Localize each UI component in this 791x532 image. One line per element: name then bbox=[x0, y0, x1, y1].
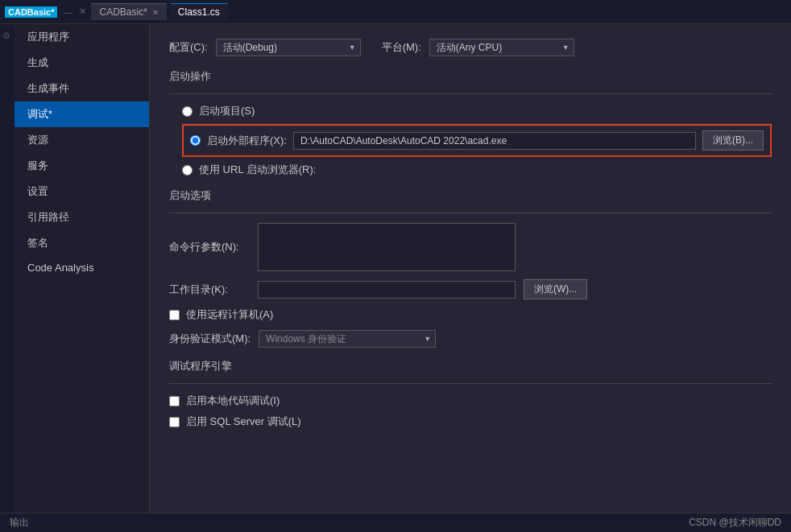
tab-class1[interactable]: Class1.cs bbox=[170, 3, 228, 20]
main-layout: ⚙ 应用程序 生成 生成事件 调试* 资源 服务 设置 引用路径 签名 Code… bbox=[0, 24, 791, 513]
work-dir-input[interactable] bbox=[258, 281, 516, 299]
sidebar-item-build-events[interactable]: 生成事件 bbox=[14, 76, 149, 101]
status-left-label: 输出 bbox=[10, 516, 29, 530]
sidebar-item-signing[interactable]: 签名 bbox=[14, 230, 149, 256]
sqlserver-debug-checkbox[interactable] bbox=[169, 417, 180, 427]
radio-start-project[interactable] bbox=[182, 106, 193, 117]
config-label: 配置(C): bbox=[169, 40, 208, 55]
config-select-wrapper: 活动(Debug) bbox=[216, 39, 361, 56]
sidebar-item-app[interactable]: 应用程序 bbox=[14, 24, 149, 50]
start-options-title: 启动选项 bbox=[169, 188, 772, 203]
strip-icon-1: ⚙ bbox=[2, 31, 13, 41]
start-actions-title: 启动操作 bbox=[169, 69, 772, 84]
sqlserver-debug-row: 启用 SQL Server 调试(L) bbox=[169, 414, 772, 429]
left-strip: ⚙ bbox=[0, 24, 14, 513]
cmd-args-label: 命令行参数(N): bbox=[169, 240, 250, 254]
radio-start-url[interactable] bbox=[182, 165, 193, 175]
app-logo: CADBasic* bbox=[5, 6, 57, 18]
remote-computer-checkbox[interactable] bbox=[169, 310, 180, 320]
tab-class1-label: Class1.cs bbox=[178, 6, 220, 18]
native-debug-row: 启用本地代码调试(I) bbox=[169, 394, 772, 408]
browse-workdir-button[interactable]: 浏览(W)... bbox=[524, 279, 587, 299]
status-bar: 输出 CSDN @技术闲聊DD bbox=[0, 513, 791, 532]
config-row: 配置(C): 活动(Debug) 平台(M): 活动(Any CPU) bbox=[169, 39, 772, 56]
tab-sep1: — bbox=[64, 7, 72, 17]
work-dir-row: 工作目录(K): 浏览(W)... bbox=[169, 279, 772, 299]
tab-cadbasic-label: CADBasic* bbox=[99, 6, 147, 18]
divider-2 bbox=[169, 212, 772, 213]
work-dir-label: 工作目录(K): bbox=[169, 282, 250, 297]
browse-external-button[interactable]: 浏览(B)... bbox=[702, 130, 764, 151]
divider-3 bbox=[169, 383, 772, 384]
auth-mode-select-wrapper: Windows 身份验证 bbox=[259, 330, 436, 348]
native-debug-label[interactable]: 启用本地代码调试(I) bbox=[186, 394, 280, 408]
radio-start-url-row: 使用 URL 启动浏览器(R): bbox=[182, 163, 772, 177]
radio-start-url-label[interactable]: 使用 URL 启动浏览器(R): bbox=[199, 163, 316, 177]
sidebar-item-services[interactable]: 服务 bbox=[14, 153, 149, 179]
remote-computer-row: 使用远程计算机(A) bbox=[169, 307, 772, 322]
platform-select[interactable]: 活动(Any CPU) bbox=[429, 39, 574, 56]
cmd-args-textarea[interactable] bbox=[258, 223, 516, 271]
sidebar-item-ref-paths[interactable]: 引用路径 bbox=[14, 204, 149, 230]
auth-mode-select[interactable]: Windows 身份验证 bbox=[259, 330, 436, 348]
title-bar: CADBasic* — ✕ CADBasic* ✕ Class1.cs bbox=[0, 0, 791, 24]
external-program-row: 启动外部程序(X): 浏览(B)... bbox=[182, 124, 772, 157]
sidebar-item-code-analysis[interactable]: Code Analysis bbox=[14, 256, 149, 279]
auth-mode-row: 身份验证模式(M): Windows 身份验证 bbox=[169, 330, 772, 348]
config-select[interactable]: 活动(Debug) bbox=[216, 39, 361, 56]
debugger-engines-title: 调试程序引擎 bbox=[169, 359, 772, 373]
native-debug-checkbox[interactable] bbox=[169, 396, 180, 406]
radio-start-project-row: 启动项目(S) bbox=[182, 104, 772, 118]
tab-sep2: ✕ bbox=[79, 6, 86, 17]
sidebar: 应用程序 生成 生成事件 调试* 资源 服务 设置 引用路径 签名 Code A… bbox=[14, 24, 150, 513]
auth-mode-label: 身份验证模式(M): bbox=[169, 332, 251, 346]
sidebar-item-debug[interactable]: 调试* bbox=[14, 101, 149, 127]
radio-start-external-label[interactable]: 启动外部程序(X): bbox=[207, 134, 287, 148]
content-area: 配置(C): 活动(Debug) 平台(M): 活动(Any CPU) 启动操作… bbox=[150, 24, 791, 513]
divider-1 bbox=[169, 93, 772, 94]
sidebar-item-build[interactable]: 生成 bbox=[14, 50, 149, 76]
sqlserver-debug-label[interactable]: 启用 SQL Server 调试(L) bbox=[186, 414, 301, 429]
tab-cadbasic-close[interactable]: ✕ bbox=[152, 8, 159, 17]
radio-start-project-label[interactable]: 启动项目(S) bbox=[199, 104, 255, 118]
status-right-label: CSDN @技术闲聊DD bbox=[689, 516, 781, 530]
sidebar-item-resources[interactable]: 资源 bbox=[14, 127, 149, 153]
platform-label: 平台(M): bbox=[382, 40, 421, 55]
cmd-args-row: 命令行参数(N): bbox=[169, 223, 772, 271]
tab-cadbasic[interactable]: CADBasic* ✕ bbox=[91, 3, 166, 20]
radio-start-external[interactable] bbox=[190, 135, 201, 146]
sidebar-item-settings[interactable]: 设置 bbox=[14, 179, 149, 204]
remote-computer-label[interactable]: 使用远程计算机(A) bbox=[186, 307, 273, 322]
platform-select-wrapper: 活动(Any CPU) bbox=[429, 39, 574, 56]
external-program-input[interactable] bbox=[293, 132, 696, 150]
